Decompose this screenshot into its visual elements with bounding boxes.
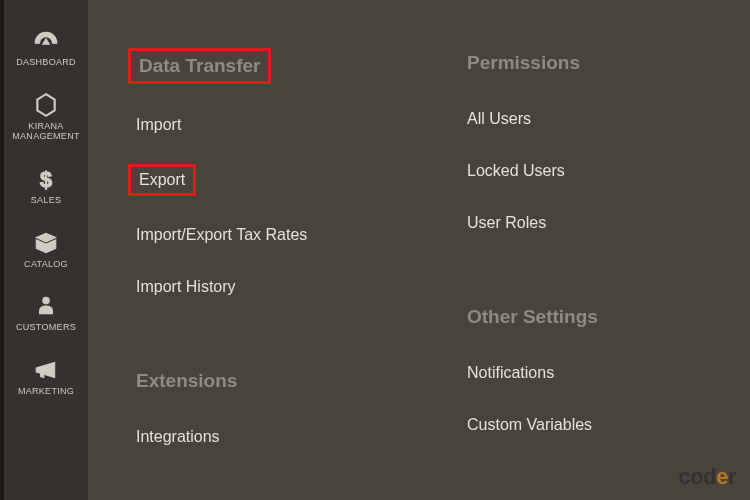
- system-submenu-panel: Data Transfer Import Export Import/Expor…: [88, 0, 750, 500]
- admin-sidebar: DASHBOARD KIRANA MANAGEMENT $ SALES CATA…: [0, 0, 88, 500]
- dollar-icon: $: [33, 166, 59, 192]
- menu-link-locked-users[interactable]: Locked Users: [459, 158, 573, 184]
- sidebar-item-label: MARKETING: [18, 387, 74, 397]
- menu-link-notifications[interactable]: Notifications: [459, 360, 562, 386]
- sidebar-item-label: KIRANA MANAGEMENT: [6, 122, 86, 142]
- watermark: coder: [679, 464, 736, 490]
- watermark-text: cod: [679, 464, 717, 489]
- hexagon-icon: [33, 92, 59, 118]
- sidebar-item-catalog[interactable]: CATALOG: [4, 220, 88, 284]
- menu-link-user-roles[interactable]: User Roles: [459, 210, 554, 236]
- section-header-permissions: Permissions: [459, 48, 588, 78]
- box-icon: [33, 230, 59, 256]
- sidebar-item-label: DASHBOARD: [16, 58, 76, 68]
- menu-link-import[interactable]: Import: [128, 112, 189, 138]
- svg-point-1: [43, 298, 50, 305]
- sidebar-item-customers[interactable]: CUSTOMERS: [4, 283, 88, 347]
- svg-text:$: $: [40, 166, 52, 191]
- menu-link-custom-variables[interactable]: Custom Variables: [459, 412, 600, 438]
- sidebar-item-label: CUSTOMERS: [16, 323, 76, 333]
- watermark-accent: e: [716, 464, 728, 489]
- person-icon: [33, 293, 59, 319]
- menu-link-import-export-tax-rates[interactable]: Import/Export Tax Rates: [128, 222, 315, 248]
- sidebar-item-kirana[interactable]: KIRANA MANAGEMENT: [4, 82, 88, 156]
- sidebar-item-label: CATALOG: [24, 260, 68, 270]
- sidebar-item-marketing[interactable]: MARKETING: [4, 347, 88, 411]
- submenu-column-right: Permissions All Users Locked Users User …: [459, 48, 730, 480]
- sidebar-item-dashboard[interactable]: DASHBOARD: [4, 18, 88, 82]
- section-header-other-settings: Other Settings: [459, 302, 606, 332]
- section-header-data-transfer: Data Transfer: [128, 48, 271, 84]
- menu-link-integrations[interactable]: Integrations: [128, 424, 228, 450]
- sidebar-item-sales[interactable]: $ SALES: [4, 156, 88, 220]
- menu-link-all-users[interactable]: All Users: [459, 106, 539, 132]
- gauge-icon: [33, 28, 59, 54]
- sidebar-item-label: SALES: [31, 196, 62, 206]
- menu-link-export[interactable]: Export: [128, 164, 196, 196]
- watermark-text: r: [728, 464, 736, 489]
- megaphone-icon: [33, 357, 59, 383]
- submenu-column-left: Data Transfer Import Export Import/Expor…: [128, 48, 399, 480]
- section-header-extensions: Extensions: [128, 366, 245, 396]
- menu-link-import-history[interactable]: Import History: [128, 274, 244, 300]
